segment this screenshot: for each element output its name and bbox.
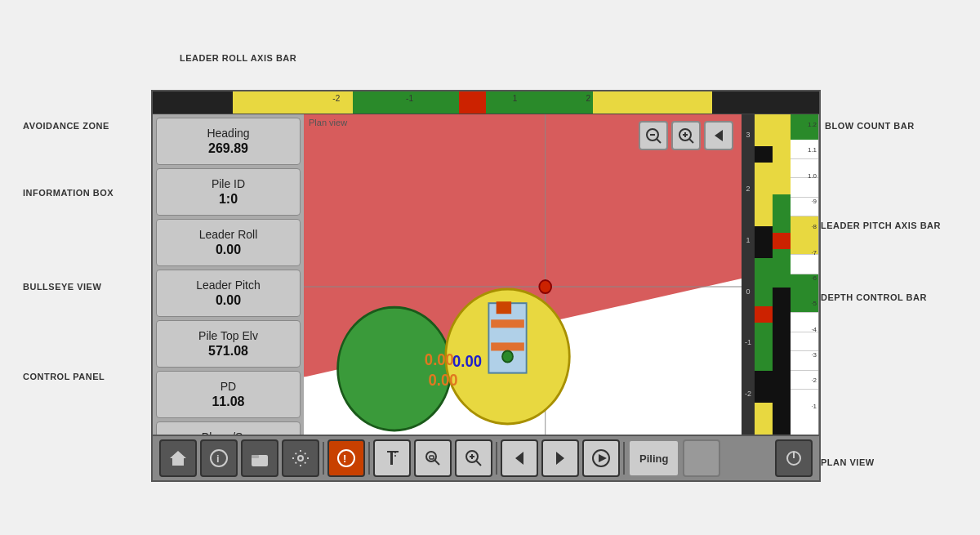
piling-button[interactable]: Piling — [628, 439, 679, 477]
info-button[interactable]: i — [200, 439, 238, 477]
blows-sec-box: Blows/Sec 0.33 — [156, 421, 301, 435]
svg-line-17 — [657, 139, 661, 143]
heading-label: Heading — [207, 127, 249, 140]
svg-text:!: ! — [343, 453, 346, 465]
play-forward-button[interactable] — [541, 439, 579, 477]
svg-marker-41 — [515, 452, 523, 465]
avoidance-zone-label: AVOIDANCE ZONE — [23, 121, 109, 131]
right-scale-col: 3 2 1 0 -1 -2 — [742, 114, 755, 435]
emergency-button[interactable]: ! — [327, 439, 365, 477]
scale-0: 0 — [746, 288, 750, 296]
blow-count-bar — [755, 114, 773, 435]
toolbar-sep-4 — [623, 442, 625, 475]
leader-pitch-axis-bar-label: LEADER PITCH AXIS BAR — [821, 221, 941, 230]
leader-roll-box: Leader Roll 0.00 — [156, 219, 301, 266]
svg-text:0.00: 0.00 — [428, 371, 457, 389]
svg-point-5 — [338, 307, 452, 430]
avoidance-zone-svg: 0.00 0.00 0.00 — [304, 114, 742, 435]
svg-rect-11 — [497, 301, 511, 314]
depth-0-2: ·2 — [811, 377, 817, 384]
play-circle-icon — [591, 448, 611, 468]
gear-icon — [291, 448, 310, 468]
depth-0-8: ·8 — [811, 223, 817, 230]
scale-neg1: -1 — [745, 338, 751, 346]
plan-view-label: PLAN VIEW — [821, 457, 875, 467]
home-button[interactable] — [159, 439, 197, 477]
leader-roll-axis-bar-label: LEADER ROLL AXIS BAR — [180, 53, 296, 63]
main-ui: -2 -1 1 2 Heading 269.89 Pile ID 1:0 Lea… — [151, 90, 821, 482]
pile-top-elv-label: Pile Top Elv — [198, 329, 258, 342]
power-button[interactable] — [775, 439, 813, 477]
pile-id-box: Pile ID 1:0 — [156, 168, 301, 216]
roll-scale-2: 2 — [586, 94, 590, 103]
scale-3: 3 — [746, 131, 750, 139]
svg-point-10 — [502, 350, 513, 362]
power-icon — [784, 448, 804, 468]
folder-button[interactable] — [241, 439, 278, 477]
svg-text:i: i — [216, 453, 220, 465]
svg-text:0.00: 0.00 — [425, 350, 454, 368]
blow-count-bar-label: BLOW COUNT BAR — [825, 121, 915, 131]
zoom-in-button[interactable] — [671, 121, 701, 150]
zoom-in-icon — [677, 127, 695, 145]
pd-label: PD — [220, 380, 236, 393]
crane-button[interactable] — [373, 439, 411, 477]
svg-text:0.00: 0.00 — [452, 352, 482, 370]
depth-0-3: ·3 — [811, 351, 817, 359]
search-lock-icon — [423, 448, 443, 468]
back-icon — [711, 128, 726, 143]
piling-label: Piling — [639, 453, 668, 465]
leader-roll-label: Leader Roll — [199, 228, 258, 241]
info-icon: i — [209, 448, 229, 468]
svg-point-28 — [298, 456, 303, 461]
back-nav-button[interactable] — [501, 439, 538, 477]
crane-icon — [382, 448, 402, 468]
settings-button[interactable] — [282, 439, 319, 477]
leader-pitch-box: Leader Pitch 0.00 — [156, 270, 301, 317]
leader-pitch-label: Leader Pitch — [196, 279, 261, 292]
leader-roll-axis-bar: -2 -1 1 2 — [153, 91, 819, 114]
svg-point-4 — [539, 280, 551, 293]
depth-1-0: 1.0 — [808, 172, 817, 180]
leader-pitch-value: 0.00 — [216, 293, 241, 308]
information-box-label: INFORMATION BOX — [23, 188, 114, 198]
heading-box: Heading 269.89 — [156, 118, 301, 165]
depth-0-9: ·9 — [811, 198, 817, 205]
magnify-icon — [464, 448, 483, 468]
svg-rect-27 — [252, 455, 259, 458]
search-lock-button[interactable] — [414, 439, 452, 477]
emergency-icon: ! — [336, 448, 356, 468]
svg-rect-8 — [491, 319, 524, 328]
home-icon — [168, 448, 188, 468]
content-area: Heading 269.89 Pile ID 1:0 Leader Roll 0… — [153, 114, 819, 435]
pile-top-elv-value: 571.08 — [208, 344, 248, 359]
toolbar-sep-2 — [368, 442, 370, 475]
depth-0-4: ·4 — [811, 326, 817, 333]
pd-value: 11.08 — [212, 395, 244, 409]
info-panel: Heading 269.89 Pile ID 1:0 Leader Roll 0… — [153, 114, 304, 435]
leader-pitch-bar — [773, 114, 791, 435]
magnify-button[interactable] — [455, 439, 492, 477]
bullseye-view-label: BULLSEYE VIEW — [23, 282, 101, 292]
toolbar-blank — [683, 439, 720, 477]
scale-neg2: -2 — [745, 390, 751, 398]
play-circle-button[interactable] — [582, 439, 620, 477]
back-button[interactable] — [704, 121, 733, 150]
depth-0-1: ·1 — [811, 403, 817, 410]
depth-0-7: ·7 — [811, 249, 817, 256]
scale-1: 1 — [746, 236, 750, 244]
svg-line-21 — [689, 139, 693, 143]
toolbar-sep-3 — [496, 442, 497, 475]
folder-icon — [250, 448, 270, 468]
svg-marker-23 — [170, 451, 186, 466]
zoom-out-button[interactable] — [639, 121, 668, 150]
scale-2: 2 — [746, 185, 750, 193]
heading-value: 269.89 — [208, 141, 248, 156]
pd-box: PD 11.08 — [156, 371, 301, 418]
right-bars: 3 2 1 0 -1 -2 — [742, 114, 819, 435]
svg-marker-44 — [599, 454, 607, 462]
svg-marker-22 — [715, 130, 723, 141]
depth-control-bar: 1.2 1.1 1.0 ·9 ·8 ·7 ·6 ·5 ·4 ·3 ·2 ·1 — [791, 114, 818, 435]
plan-view-area: Plan view — [304, 114, 742, 435]
depth-0-5: ·5 — [811, 300, 817, 307]
